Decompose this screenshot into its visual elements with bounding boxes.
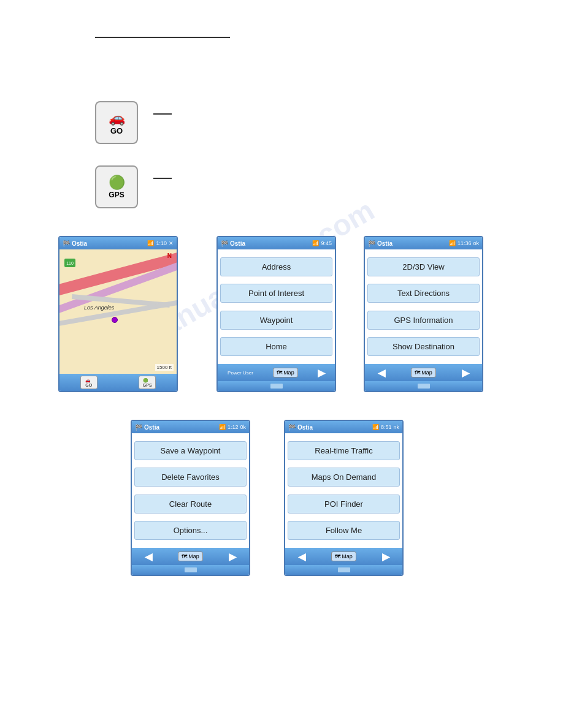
menu2-flag-icon: 🏁 (368, 240, 375, 247)
menu3-buttons: Save a Waypoint Delete Favorites Clear R… (132, 433, 249, 548)
menu1-next-arrow[interactable]: ▶ (318, 367, 325, 379)
menu3-title-right: 📶 1:12 0k (219, 424, 246, 430)
power-user-menu-screen: 🏁 Ostia 📶 1:12 0k Save a Waypoint Delete… (131, 420, 250, 576)
services-menu-screen: 🏁 Ostia 📶 8:51 nk Real-time Traffic Maps… (284, 420, 404, 576)
gps-dash (153, 178, 172, 179)
map-title-right: 📶 1:10 ✕ (147, 240, 174, 246)
home-button[interactable]: Home (220, 337, 332, 356)
address-button[interactable]: Address (220, 257, 332, 276)
menu1-map-icon: 🗺 (277, 370, 282, 376)
map-north-indicator: N (167, 252, 172, 259)
map-screen-title: Ostia (72, 240, 87, 247)
power-user-label: Power User (228, 370, 253, 376)
map-highway-marker: 110 (64, 259, 75, 267)
maps-on-demand-button[interactable]: Maps On Demand (288, 468, 400, 487)
point-of-interest-button[interactable]: Point of Interest (220, 284, 332, 303)
top-divider (95, 37, 230, 38)
menu3-map-label: Map (188, 553, 199, 559)
menu1-title-bar: 🏁 Ostia 📶 9:45 (218, 237, 335, 249)
menu4-nav-bar: ◀ 🗺 Map ▶ (285, 548, 402, 565)
follow-me-button[interactable]: Follow Me (288, 521, 400, 540)
menu3-prev-arrow[interactable]: ◀ (145, 551, 152, 563)
menu4-status-bar (285, 565, 402, 575)
menu3-status-bar (132, 565, 249, 575)
gps-label: GPS (109, 191, 124, 199)
menu2-nav-bar: ◀ 🗺 Map ▶ (365, 364, 482, 381)
status-dot-1 (270, 384, 283, 389)
realtime-traffic-button[interactable]: Real-time Traffic (288, 441, 400, 460)
menu4-title-right: 📶 8:51 nk (372, 424, 399, 430)
status-dot-4 (338, 567, 350, 572)
gps-face-icon: 🟢 (109, 175, 125, 191)
map-content: 110 N Los Angeles 1500 ft (59, 249, 177, 374)
menu1-status-dots (270, 384, 283, 389)
save-waypoint-button[interactable]: Save a Waypoint (134, 441, 247, 460)
map-location-marker (112, 317, 118, 323)
go-icon-button[interactable]: 🚗 GO (95, 101, 138, 144)
menu4-flag-icon: 🏁 (288, 424, 296, 431)
menu2-title-bar: 🏁 Ostia 📶 11:36 ok (365, 237, 482, 249)
menu2-signal-icon: 📶 (449, 240, 456, 246)
menu1-title-left: 🏁 Ostia (221, 240, 245, 247)
menu3-ok-label: 0k (240, 424, 246, 430)
map-scale-indicator: 1500 ft (155, 364, 174, 371)
map-bottom-bar: 🚗GO 🟢GPS (59, 374, 177, 391)
go-label: GO (110, 126, 123, 135)
menu2-map-icon: 🗺 (415, 370, 420, 376)
menu2-map-button[interactable]: 🗺 Map (411, 368, 436, 377)
text-directions-button[interactable]: Text Directions (367, 284, 480, 303)
menu1-map-button[interactable]: 🗺 Map (273, 368, 298, 377)
menu2-title: Ostia (377, 240, 393, 247)
menu4-next-arrow[interactable]: ▶ (382, 551, 389, 563)
signal-icon: 📶 (147, 240, 154, 246)
options-menu-screen: 🏁 Ostia 📶 11:36 ok 2D/3D View Text Direc… (364, 236, 483, 392)
gps-bottom-label: 🟢GPS (143, 378, 152, 387)
menu3-flag-icon: 🏁 (135, 424, 142, 431)
go-bottom-button[interactable]: 🚗GO (80, 376, 98, 389)
gps-information-button[interactable]: GPS Information (367, 311, 480, 330)
status-dot-3 (185, 567, 197, 572)
menu3-map-button[interactable]: 🗺 Map (178, 552, 203, 561)
menu4-buttons: Real-time Traffic Maps On Demand POI Fin… (285, 433, 402, 548)
show-destination-button[interactable]: Show Destination (367, 337, 480, 356)
menu2-time: 11:36 (458, 240, 472, 246)
menu3-time: 1:12 (228, 424, 239, 430)
menu1-nav-bar: Power User 🗺 Map ▶ (218, 364, 335, 381)
clear-route-button[interactable]: Clear Route (134, 495, 247, 514)
poi-finder-button[interactable]: POI Finder (288, 495, 400, 514)
menu4-title-left: 🏁 Ostia (288, 424, 313, 431)
menu3-next-arrow[interactable]: ▶ (229, 551, 236, 563)
menu1-map-label: Map (283, 370, 294, 376)
menu4-ok-label: nk (393, 424, 399, 430)
menu1-title: Ostia (230, 240, 245, 247)
menu4-prev-arrow[interactable]: ◀ (298, 551, 305, 563)
menu2-prev-arrow[interactable]: ◀ (378, 367, 385, 379)
menu1-buttons: Address Point of Interest Waypoint Home (218, 249, 335, 364)
menu2-title-right: 📶 11:36 ok (449, 240, 479, 246)
delete-favorites-button[interactable]: Delete Favorites (134, 468, 247, 487)
menu2-map-label: Map (421, 370, 432, 376)
windows-flag-icon: 🏁 (63, 240, 70, 247)
menu2-ok-label: ok (473, 240, 479, 246)
map-title-left: 🏁 Ostia (63, 240, 87, 247)
menu4-map-button[interactable]: 🗺 Map (331, 552, 356, 561)
gps-icon-button[interactable]: 🟢 GPS (95, 165, 138, 208)
menu2-next-arrow[interactable]: ▶ (462, 367, 469, 379)
close-icon[interactable]: ✕ (169, 240, 174, 246)
menu4-time: 8:51 (381, 424, 392, 430)
menu2-buttons: 2D/3D View Text Directions GPS Informati… (365, 249, 482, 364)
menu2-status-dots (418, 384, 430, 389)
view-2d3d-button[interactable]: 2D/3D View (367, 257, 480, 276)
options-button[interactable]: Options... (134, 521, 247, 540)
gps-bottom-button[interactable]: 🟢GPS (139, 376, 156, 389)
status-dot-2 (418, 384, 430, 389)
go-bottom-label: 🚗GO (85, 378, 92, 387)
menu2-status-bar (365, 381, 482, 391)
menu3-map-icon: 🗺 (182, 553, 187, 559)
menu3-signal-icon: 📶 (219, 424, 226, 430)
menu3-status-dots (185, 567, 197, 572)
waypoint-button[interactable]: Waypoint (220, 311, 332, 330)
menu4-status-dots (338, 567, 350, 572)
menu4-map-icon: 🗺 (335, 553, 340, 559)
menu3-title: Ostia (144, 424, 159, 431)
